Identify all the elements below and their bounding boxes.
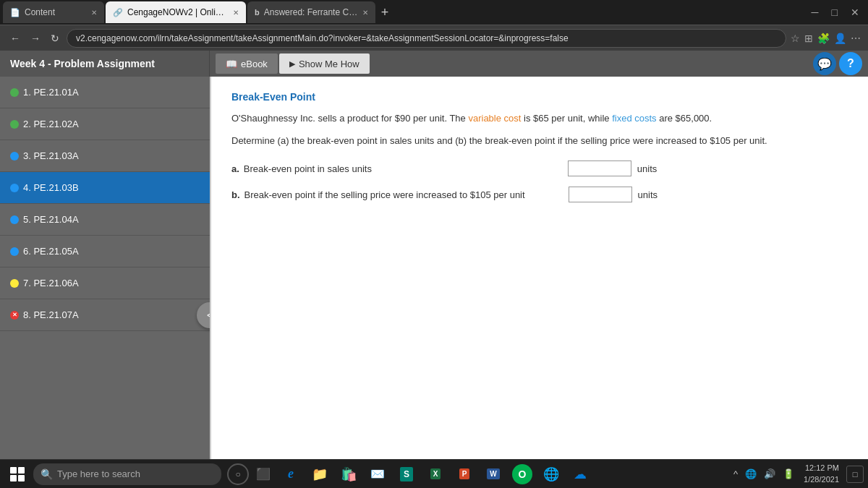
taskbar: 🔍 Type here to search ○ ⬛ e 📁 🛍️ ✉️ S X [0,459,868,488]
fixed-cost-text: fixed costs [612,113,656,124]
sidebar-item-6[interactable]: 6. PE.21.05A [0,236,210,267]
taskview-icon: ⬛ [256,468,271,480]
collections-icon[interactable]: ⊞ [804,33,813,44]
taskbar-powerpoint[interactable]: P [451,461,477,487]
browser-tab-content[interactable]: 📄 Content ✕ [3,1,104,23]
week-title: Week 4 - Problem Assignment [0,51,210,77]
browser-tab-answered[interactable]: b Answered: Ferrante Company se ✕ [247,1,375,23]
unit-label-b: units [638,189,658,200]
ebook-icon: 📖 [226,59,237,69]
tab-bar: 📄 Content ✕ 🔗 CengageNOWv2 | Online teac… [0,0,868,25]
sidebar-collapse-button[interactable]: < [197,302,210,328]
status-dot-4 [10,184,19,192]
app-tabs: 📖 eBook ▶ Show Me How [210,51,375,77]
notification-button[interactable]: □ [846,466,864,483]
taskbar-mail[interactable]: ✉️ [365,461,391,487]
sidebar-item-5[interactable]: 5. PE.21.04A [0,204,210,236]
profile-icon[interactable]: 👤 [834,33,846,44]
store-icon: 🛍️ [341,466,357,482]
start-button[interactable] [4,461,30,487]
back-button[interactable]: ← [7,33,23,44]
taskbar-search[interactable]: 🔍 Type here to search [33,463,221,485]
question-help-button[interactable]: ? [839,52,862,75]
volume-icon[interactable]: 🔊 [762,468,778,479]
sidebar-item-8[interactable]: ✕ 8. PE.21.07A < [0,299,210,331]
minimize-button[interactable]: ─ [806,7,825,18]
answered-tab-icon: b [255,8,260,17]
sidebar-item-3[interactable]: 3. PE.21.03A [0,140,210,172]
question-letter-b: b. [231,189,240,200]
mail-icon: ✉️ [370,467,385,481]
sidebar-item-1[interactable]: 1. PE.21.01A [0,77,210,108]
main-area: 1. PE.21.01A 2. PE.21.02A 3. PE.21.03A 4… [0,77,868,481]
chat-help-button[interactable]: 💬 [813,52,836,75]
content-tab-close[interactable]: ✕ [91,9,97,17]
main-content-panel: Break-Even Point O'Shaughnessy Inc. sell… [210,77,868,481]
question-title: Break-Even Point [231,91,848,103]
battery-icon[interactable]: 🔋 [780,468,796,479]
status-dot-5 [10,215,19,224]
word-icon: W [487,468,499,479]
more-menu-icon[interactable]: ⋯ [851,33,861,44]
chrome-icon: 🌐 [543,466,559,482]
forward-button[interactable]: → [27,33,43,44]
sidebar-item-2[interactable]: 2. PE.21.02A [0,108,210,140]
excel-icon: X [430,468,441,479]
cortana-icon: ○ [235,469,240,479]
notification-icon: □ [853,470,858,479]
status-dot-2 [10,120,19,129]
taskbar-search-placeholder: Type here to search [57,468,140,479]
greenapp-icon: O [512,464,532,484]
edge-icon: e [288,466,294,481]
status-dot-1 [10,88,19,97]
hidden-icons-button[interactable]: ^ [731,468,740,479]
network-icon[interactable]: 🌐 [743,468,759,479]
folder-icon: 📁 [312,466,328,482]
sidebar-item-7[interactable]: 7. PE.21.06A [0,267,210,299]
system-tray: ^ 🌐 🔊 🔋 12:12 PM 1/28/2021 □ [731,463,864,485]
content-tab-icon: 📄 [10,8,20,17]
answered-tab-close[interactable]: ✕ [362,9,368,17]
address-bar: ← → ↻ ☆ ⊞ 🧩 👤 ⋯ [0,25,868,51]
cengage-tab-close[interactable]: ✕ [233,9,239,17]
cortana-button[interactable]: ○ [227,463,249,485]
answer-input-b[interactable] [569,187,632,202]
powerpoint-icon: P [459,468,470,479]
question-instruction: Determine (a) the break-even point in sa… [231,134,848,148]
taskbar-onedrive[interactable]: ☁ [567,461,593,487]
onedrive-icon: ☁ [574,466,587,482]
star-icon[interactable]: ☆ [791,33,800,44]
taskbar-folder[interactable]: 📁 [307,461,333,487]
address-input[interactable] [67,29,786,48]
sway-icon: S [400,467,413,481]
play-icon: ▶ [289,59,295,69]
status-dot-7 [10,279,19,288]
taskbar-edge[interactable]: e [278,461,304,487]
maximize-button[interactable]: □ [826,7,843,18]
taskbar-store[interactable]: 🛍️ [336,461,362,487]
new-tab-button[interactable]: + [377,5,393,20]
status-dot-6 [10,247,19,256]
question-intro: O'Shaughnessy Inc. sells a product for $… [231,111,848,127]
system-clock[interactable]: 12:12 PM 1/28/2021 [799,463,843,485]
extensions-icon[interactable]: 🧩 [817,33,830,44]
task-view-button[interactable]: ⬛ [252,467,275,481]
variable-cost-text: variable cost [468,113,521,124]
ebook-tab[interactable]: 📖 eBook [216,53,278,74]
question-row-a: a. Break-even point in sales units units [231,160,848,176]
taskbar-excel[interactable]: X [422,461,448,487]
sidebar-item-4[interactable]: 4. PE.21.03B [0,172,210,204]
taskbar-sway[interactable]: S [393,461,420,487]
taskbar-greenapp[interactable]: O [509,461,535,487]
question-letter-a: a. [231,163,239,174]
show-me-how-tab[interactable]: ▶ Show Me How [279,53,370,74]
refresh-button[interactable]: ↻ [48,33,62,44]
question-text-a: Break-even point in sales units [244,163,562,174]
taskbar-word[interactable]: W [480,461,506,487]
browser-tab-cengage[interactable]: 🔗 CengageNOWv2 | Online teachin ✕ [106,1,246,23]
answer-input-a[interactable] [568,160,631,176]
taskbar-chrome[interactable]: 🌐 [538,461,564,487]
taskbar-search-icon: 🔍 [41,468,53,480]
cengage-tab-label: CengageNOWv2 | Online teachin [127,7,229,17]
close-window-button[interactable]: ✕ [845,7,865,18]
